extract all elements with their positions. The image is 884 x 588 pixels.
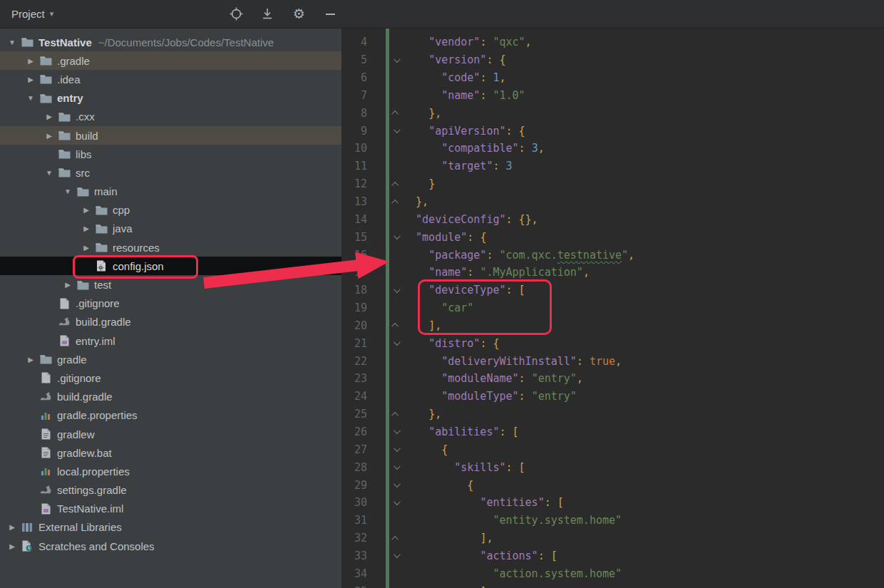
- tree-item-gradle[interactable]: ▶gradle: [0, 350, 341, 368]
- code-line-28[interactable]: 28 "skills": [: [343, 458, 884, 476]
- chevron-collapsed-icon[interactable]: ▶: [4, 542, 20, 550]
- chevron-collapsed-icon[interactable]: ▶: [23, 57, 38, 65]
- code-text: "apiVersion": {: [403, 125, 525, 138]
- tree-item-src[interactable]: ▼src: [0, 163, 341, 182]
- tree-item-build-gradle[interactable]: build.gradle: [0, 388, 341, 406]
- code-line-18[interactable]: 18 "deviceType": [: [343, 282, 884, 299]
- fold-open-icon[interactable]: [367, 288, 403, 293]
- code-line-33[interactable]: 33 "actions": [: [343, 547, 884, 564]
- chevron-collapsed-icon[interactable]: ▶: [23, 76, 38, 83]
- chevron-collapsed-icon[interactable]: ▶: [60, 281, 76, 289]
- minimize-icon[interactable]: [323, 7, 337, 21]
- fold-open-icon[interactable]: [367, 128, 403, 133]
- fold-close-icon[interactable]: [367, 323, 403, 328]
- code-line-5[interactable]: 5 "version": {: [343, 51, 884, 69]
- tree-item-test[interactable]: ▶test: [0, 275, 341, 294]
- tree-item-resources[interactable]: ▶resources: [0, 238, 341, 257]
- code-line-21[interactable]: 21 "distro": {: [343, 334, 884, 352]
- code-line-10[interactable]: 10 "compatible": 3,: [343, 140, 884, 158]
- tree-item-libs[interactable]: libs: [0, 145, 341, 163]
- tree-item-gradlew[interactable]: gradlew: [0, 425, 341, 443]
- fold-open-icon[interactable]: [367, 234, 403, 239]
- tree-item-build-gradle[interactable]: build.gradle: [0, 313, 341, 331]
- tree-item--gradle[interactable]: ▶.gradle: [0, 51, 341, 70]
- chevron-collapsed-icon[interactable]: ▶: [78, 225, 94, 232]
- tree-item-gradle-properties[interactable]: gradle.properties: [0, 406, 341, 425]
- target-icon[interactable]: [229, 7, 243, 21]
- fold-open-icon[interactable]: [367, 465, 403, 470]
- chevron-expanded-icon[interactable]: ▼: [4, 38, 20, 46]
- tree-item-gradlew-bat[interactable]: gradlew.bat: [0, 443, 341, 462]
- fold-open-icon[interactable]: [367, 429, 403, 434]
- code-line-8[interactable]: 8 },: [343, 104, 884, 122]
- code-line-17[interactable]: 17 "name": ".MyApplication",: [343, 264, 884, 282]
- code-line-24[interactable]: 24 "moduleType": "entry": [343, 388, 884, 406]
- code-line-34[interactable]: 34 "action.system.home": [343, 564, 884, 582]
- chevron-collapsed-icon[interactable]: ▶: [41, 132, 57, 140]
- fold-open-icon[interactable]: [367, 447, 403, 452]
- fold-open-icon[interactable]: [367, 483, 403, 488]
- code-line-30[interactable]: 30 "entities": [: [343, 494, 884, 512]
- code-line-9[interactable]: 9 "apiVersion": {: [343, 122, 884, 140]
- tree-item--gitignore[interactable]: .gitignore: [0, 294, 341, 313]
- fold-close-icon[interactable]: [367, 200, 403, 205]
- fold-open-icon[interactable]: [367, 58, 403, 63]
- fold-close-icon[interactable]: [367, 536, 403, 541]
- code-line-29[interactable]: 29 {: [343, 476, 884, 494]
- tree-item--idea[interactable]: ▶.idea: [0, 70, 341, 88]
- gradle-icon: [57, 317, 71, 326]
- code-line-35[interactable]: 35 ]: [343, 582, 884, 588]
- code-line-12[interactable]: 12 }: [343, 175, 884, 193]
- code-line-19[interactable]: 19 "car": [343, 299, 884, 317]
- code-line-7[interactable]: 7 "name": "1.0": [343, 87, 884, 105]
- chevron-collapsed-icon[interactable]: ▶: [41, 113, 57, 120]
- tree-item-external-libraries[interactable]: ▶External Libraries: [0, 518, 341, 537]
- code-line-11[interactable]: 11 "target": 3: [343, 158, 884, 175]
- code-line-22[interactable]: 22 "deliveryWithInstall": true,: [343, 352, 884, 370]
- code-line-26[interactable]: 26 "abilities": [: [343, 423, 884, 441]
- chevron-expanded-icon[interactable]: ▼: [41, 169, 57, 177]
- code-line-31[interactable]: 31 "entity.system.home": [343, 512, 884, 530]
- chevron-collapsed-icon[interactable]: ▶: [23, 356, 38, 363]
- collapse-icon[interactable]: [260, 7, 274, 21]
- editor[interactable]: 4 "vendor": "qxc",5 "version": {6 "code"…: [343, 29, 884, 588]
- code-line-15[interactable]: 15 "module": {: [343, 228, 884, 246]
- tree-item--gitignore[interactable]: .gitignore: [0, 368, 341, 387]
- tree-item-entry[interactable]: ▼entry: [0, 89, 341, 108]
- chevron-expanded-icon[interactable]: ▼: [23, 94, 38, 102]
- fold-open-icon[interactable]: [367, 500, 403, 505]
- tree-item-build[interactable]: ▶build: [0, 126, 341, 145]
- code-line-25[interactable]: 25 },: [343, 406, 884, 423]
- tree-item-local-properties[interactable]: local.properties: [0, 462, 341, 480]
- code-line-27[interactable]: 27 {: [343, 440, 884, 458]
- tree-item--cxx[interactable]: ▶.cxx: [0, 108, 341, 126]
- code-line-4[interactable]: 4 "vendor": "qxc",: [343, 33, 884, 51]
- fold-open-icon[interactable]: [367, 341, 403, 346]
- tree-item-entry-iml[interactable]: entry.iml: [0, 331, 341, 350]
- fold-close-icon[interactable]: [367, 110, 403, 115]
- gear-icon[interactable]: ⚙: [292, 7, 306, 21]
- code-line-6[interactable]: 6 "code": 1,: [343, 69, 884, 87]
- tree-item-scratches-and-consoles[interactable]: ▶Scratches and Consoles: [0, 537, 341, 555]
- chevron-collapsed-icon[interactable]: ▶: [78, 206, 94, 214]
- chevron-collapsed-icon[interactable]: ▶: [78, 244, 94, 252]
- tree-item-config-json[interactable]: config.json: [0, 257, 341, 275]
- fold-close-icon[interactable]: [367, 182, 403, 187]
- code-line-13[interactable]: 13 },: [343, 193, 884, 211]
- code-line-23[interactable]: 23 "moduleName": "entry",: [343, 370, 884, 388]
- fold-open-icon[interactable]: [367, 553, 403, 558]
- chevron-expanded-icon[interactable]: ▼: [60, 187, 76, 195]
- tree-item-testnative-iml[interactable]: TestNative.iml: [0, 500, 341, 518]
- code-line-14[interactable]: 14 "deviceConfig": {},: [343, 210, 884, 228]
- tree-item-java[interactable]: ▶java: [0, 220, 341, 238]
- code-line-20[interactable]: 20 ],: [343, 317, 884, 335]
- fold-close-icon[interactable]: [367, 412, 403, 417]
- code-line-32[interactable]: 32 ],: [343, 530, 884, 547]
- project-tool-window-switcher[interactable]: Project ▾: [0, 0, 65, 29]
- tree-item-settings-gradle[interactable]: settings.gradle: [0, 481, 341, 500]
- chevron-collapsed-icon[interactable]: ▶: [4, 523, 20, 531]
- tree-item-testnative[interactable]: ▼TestNative~/Documents/Jobs/Codes/TestNa…: [0, 33, 341, 51]
- tree-item-cpp[interactable]: ▶cpp: [0, 201, 341, 220]
- code-line-16[interactable]: 16 "package": "com.qxc.testnative",: [343, 246, 884, 264]
- tree-item-main[interactable]: ▼main: [0, 182, 341, 201]
